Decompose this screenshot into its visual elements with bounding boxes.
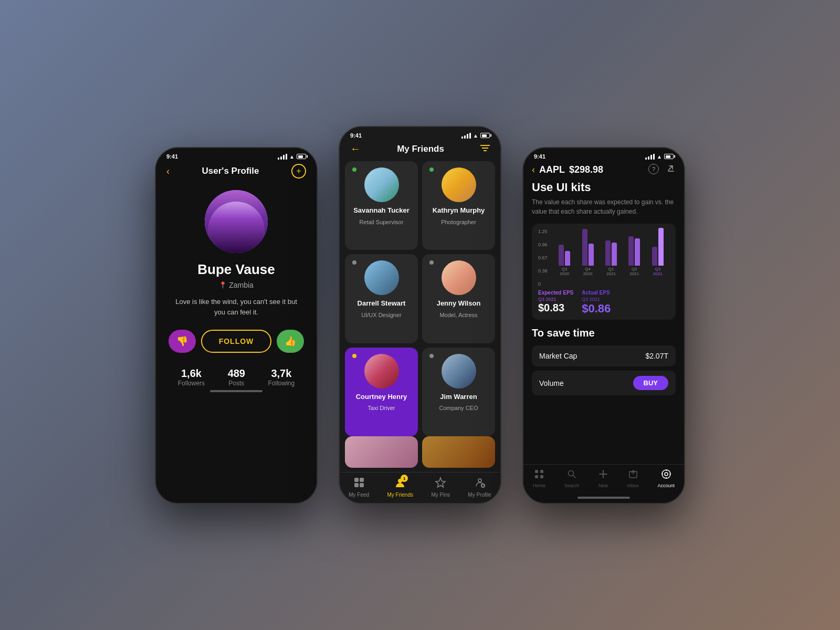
friend-role-jim: Company CEO	[439, 405, 478, 411]
pins-icon	[435, 477, 446, 491]
following-stat: 3,7k Following	[268, 368, 295, 387]
add-button[interactable]: +	[291, 164, 306, 178]
friend-card-jenny[interactable]: Jenny Wilson Model, Actress	[422, 254, 495, 343]
posts-count: 489	[228, 368, 245, 380]
followers-count: 1,6k	[178, 368, 205, 380]
status-dot-darrell	[352, 260, 356, 265]
partial-friends-row	[340, 436, 500, 472]
nav-my-feed[interactable]: My Feed	[349, 477, 369, 498]
status-dot-jenny	[429, 260, 434, 265]
bar-expected-q1-2021	[605, 240, 611, 266]
actual-eps: Actual EPS Q3 2021 $0.86	[582, 290, 611, 316]
partial-card-2	[422, 436, 495, 468]
posts-stat: 489 Posts	[228, 368, 245, 387]
friend-name-darrell: Darrell Stewart	[358, 299, 406, 308]
status-dot-savannah	[352, 167, 356, 172]
friend-role-savannah: Retail Supervisor	[360, 219, 404, 225]
svg-point-21	[666, 470, 667, 471]
posts-label: Posts	[228, 380, 245, 387]
bar-group-q3-2021	[652, 228, 664, 266]
x-label-q2-2021: Q22021	[629, 267, 639, 276]
home-indicator-1	[210, 390, 262, 392]
signal-icon	[278, 154, 287, 160]
x-label-q4-2020: Q42020	[583, 267, 593, 276]
volume-row: Volume BUY	[532, 371, 676, 395]
friend-role-kathryn: Photographer	[441, 219, 476, 225]
market-cap-row: Market Cap $2.07T	[532, 345, 676, 366]
svg-point-20	[665, 472, 668, 476]
partial-avatar-1	[345, 436, 418, 468]
svg-point-19	[662, 470, 670, 478]
bar-expected-q2-2021	[628, 236, 634, 266]
nav-my-friends[interactable]: 1 My Friends	[387, 477, 413, 498]
share-icon[interactable]	[666, 164, 676, 175]
friend-card-courtney[interactable]: Courtney Henry Taxi Driver	[345, 348, 418, 436]
followers-stat: 1,6k Followers	[178, 368, 205, 387]
expected-eps-period: Q3 2021	[538, 297, 573, 302]
profile-header: ‹ User's Profile +	[156, 162, 317, 185]
avatar-darrell	[364, 260, 399, 295]
svg-point-9	[478, 479, 481, 482]
wifi-icon-3: ▲	[657, 154, 662, 160]
bar-expected-q3-2021	[652, 247, 657, 266]
friends-header: ← My Friends	[340, 141, 500, 161]
status-time-2: 9:41	[350, 132, 362, 139]
follow-button[interactable]: FOLLOW	[201, 330, 271, 353]
back-button[interactable]: ‹	[166, 166, 170, 177]
account-icon	[661, 469, 671, 482]
svg-point-22	[666, 477, 667, 478]
section-desc-1: The value each share was expected to gai…	[532, 197, 676, 216]
user-bio: Love is like the wind, you can't see it …	[156, 297, 317, 317]
friend-card-darrell[interactable]: Darrell Stewart UI/UX Designer	[345, 254, 418, 343]
stock-header: ‹ AAPL $298.98 ?	[523, 162, 684, 181]
x-label-q3-2021: Q32021	[653, 267, 663, 276]
search-icon	[566, 469, 577, 482]
nav-feed-label: My Feed	[349, 492, 369, 498]
nav-home[interactable]: Home	[533, 469, 545, 488]
new-icon	[598, 469, 608, 482]
friend-name-savannah: Savannah Tucker	[353, 206, 410, 215]
nav-inbox[interactable]: Inbox	[627, 469, 639, 488]
avatar-savannah	[364, 167, 399, 202]
avatar-courtney	[364, 354, 399, 388]
home-indicator-3	[578, 497, 630, 499]
friend-name-courtney: Courtney Henry	[356, 393, 407, 401]
status-icons-1: ▲	[278, 154, 306, 160]
help-icon[interactable]: ?	[648, 164, 659, 174]
nav-account[interactable]: Account	[658, 469, 675, 488]
profile-icon	[474, 477, 486, 491]
status-dot-kathryn	[429, 167, 434, 172]
dislike-button[interactable]: 👎	[169, 330, 196, 353]
chart-container: 1.25 0.96 0.67 0.38 0 Q320	[532, 224, 676, 320]
friend-card-savannah[interactable]: Savannah Tucker Retail Supervisor	[345, 161, 418, 250]
friend-card-jim[interactable]: Jim Warren Company CEO	[422, 348, 495, 436]
nav-new[interactable]: New	[598, 469, 608, 488]
filter-icon[interactable]	[480, 144, 490, 154]
battery-icon-2	[480, 133, 490, 138]
nav-my-profile[interactable]: My Profile	[468, 477, 491, 498]
market-cap-value: $2.07T	[645, 352, 668, 360]
svg-rect-5	[354, 483, 359, 487]
svg-rect-16	[540, 475, 543, 478]
bar-group-q3-2020	[559, 245, 570, 266]
nav-my-pins[interactable]: My Pins	[431, 477, 450, 498]
friends-badge-container: 1	[394, 477, 406, 491]
status-bar-3: 9:41 ▲	[523, 148, 684, 162]
friend-name-jenny: Jenny Wilson	[437, 299, 481, 308]
svg-rect-6	[360, 483, 364, 487]
bar-group-q4-2020	[582, 229, 594, 266]
friends-grid: Savannah Tucker Retail Supervisor Kathry…	[340, 161, 500, 436]
like-button[interactable]: 👍	[277, 330, 304, 353]
phone-friends: 9:41 ▲ ← My Friends	[339, 126, 501, 504]
friend-card-kathryn[interactable]: Kathryn Murphy Photographer	[422, 161, 495, 250]
back-button-3[interactable]: ‹	[532, 164, 535, 175]
back-button-2[interactable]: ←	[350, 143, 361, 155]
avatar-container	[156, 190, 317, 253]
status-icons-3: ▲	[645, 154, 674, 160]
home-icon	[534, 469, 544, 482]
bar-actual-q1-2021	[612, 243, 617, 266]
svg-rect-4	[360, 478, 364, 482]
nav-search[interactable]: Search	[564, 469, 580, 488]
buy-button[interactable]: BUY	[633, 376, 668, 390]
page-title-2: My Friends	[397, 144, 444, 154]
